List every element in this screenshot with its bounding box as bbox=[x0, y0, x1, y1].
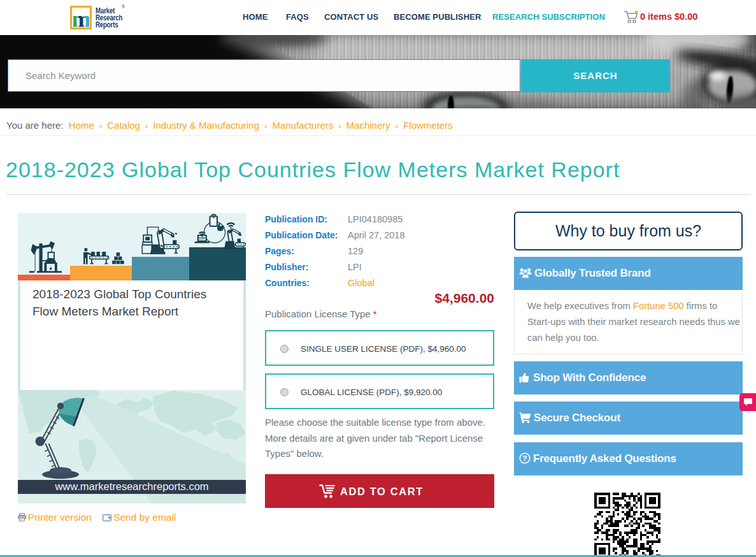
svg-text:?: ? bbox=[523, 454, 527, 462]
svg-text:Flow Meters Market Report: Flow Meters Market Report bbox=[32, 305, 179, 318]
svg-text:2018-2023 Global Top Countries: 2018-2023 Global Top Countries bbox=[32, 287, 206, 301]
svg-text:ERP: ERP bbox=[199, 237, 205, 240]
svg-text:www.marketresearchreports.com: www.marketresearchreports.com bbox=[54, 481, 208, 492]
